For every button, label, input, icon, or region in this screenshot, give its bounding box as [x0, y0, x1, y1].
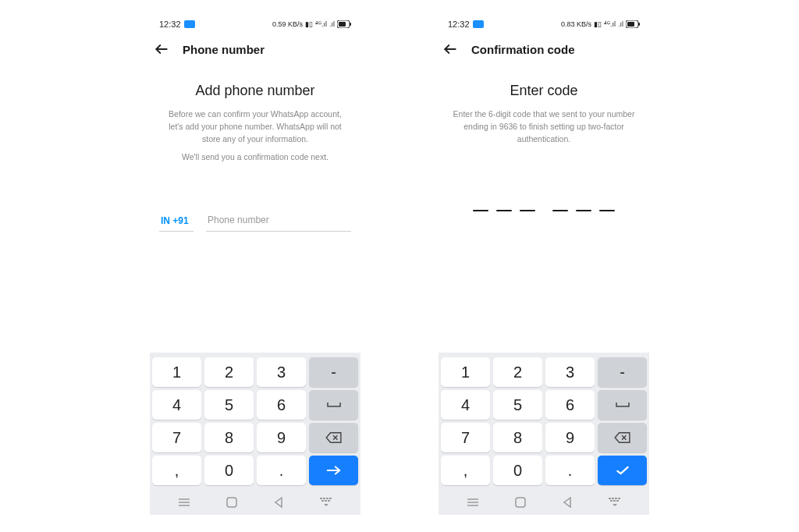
- keypad-backspace[interactable]: [309, 423, 358, 452]
- nav-back-icon[interactable]: [272, 495, 286, 509]
- status-bar: 12:32 0.83 KB/s ▮▯ ⁴ᴳ.ıl .ıl: [439, 16, 649, 33]
- keypad-next-button[interactable]: [309, 456, 358, 485]
- keypad-dash[interactable]: -: [598, 357, 647, 387]
- svg-rect-34: [616, 500, 619, 502]
- keypad-5[interactable]: 5: [204, 390, 254, 420]
- keypad-9[interactable]: 9: [545, 423, 595, 452]
- nav-menu-icon[interactable]: [466, 495, 480, 509]
- signal-icon: .ıl: [329, 20, 335, 28]
- numeric-keypad: 1 2 3 - 4 5 6 7 8 9 , 0 .: [439, 353, 649, 490]
- svg-rect-13: [326, 498, 328, 499]
- battery-icon: [337, 20, 351, 28]
- svg-rect-28: [609, 498, 611, 499]
- navigation-bar: [150, 490, 360, 515]
- phone-placeholder: Phone number: [208, 215, 269, 225]
- keypad-space[interactable]: [598, 390, 647, 420]
- keypad-3[interactable]: 3: [257, 357, 306, 387]
- nav-home-icon[interactable]: [225, 495, 239, 509]
- keypad-9[interactable]: 9: [257, 423, 306, 452]
- keypad-8[interactable]: 8: [493, 423, 542, 452]
- keypad-comma[interactable]: ,: [441, 456, 490, 485]
- phone-number-input[interactable]: Phone number: [206, 207, 351, 232]
- confirmation-code-screen: 12:32 0.83 KB/s ▮▯ ⁴ᴳ.ıl .ıl Confirmatio…: [439, 16, 649, 515]
- app-badge-icon: [184, 20, 195, 28]
- keypad-1[interactable]: 1: [152, 357, 201, 387]
- svg-rect-17: [328, 500, 330, 502]
- back-arrow-icon[interactable]: [442, 41, 459, 58]
- battery-icon: [626, 20, 640, 28]
- page-title: Add phone number: [195, 83, 314, 99]
- keypad-4[interactable]: 4: [441, 390, 490, 420]
- keypad-0[interactable]: 0: [204, 456, 254, 485]
- keypad-comma[interactable]: ,: [152, 456, 201, 485]
- keypad-3[interactable]: 3: [545, 357, 595, 387]
- back-arrow-icon[interactable]: [153, 41, 170, 58]
- app-badge-icon: [473, 20, 484, 28]
- description-text: Enter the 6-digit code that we sent to y…: [446, 108, 641, 145]
- signal-icon: ⁴ᴳ.ıl: [315, 20, 327, 28]
- svg-rect-29: [612, 498, 614, 499]
- keypad-1[interactable]: 1: [441, 357, 490, 387]
- header: Confirmation code: [439, 33, 649, 66]
- content-area: Enter code Enter the 6-digit code that w…: [439, 66, 649, 353]
- code-input-slots[interactable]: [446, 210, 641, 211]
- keypad-6[interactable]: 6: [257, 390, 306, 420]
- code-digit-5: [576, 210, 591, 211]
- signal-icon: ⁴ᴳ.ıl: [604, 20, 616, 28]
- navigation-bar: [439, 490, 649, 515]
- keypad-0[interactable]: 0: [493, 456, 542, 485]
- keypad-2[interactable]: 2: [493, 357, 542, 387]
- svg-rect-33: [613, 500, 616, 502]
- svg-rect-10: [227, 498, 236, 507]
- header-title: Phone number: [183, 43, 265, 56]
- code-digit-6: [599, 210, 615, 211]
- svg-rect-20: [638, 23, 640, 26]
- keypad-4[interactable]: 4: [152, 390, 201, 420]
- svg-rect-27: [516, 498, 525, 507]
- svg-rect-11: [320, 498, 322, 499]
- svg-rect-16: [325, 500, 327, 502]
- description-text: Before we can confirm your WhatsApp acco…: [158, 108, 353, 145]
- keypad-dot[interactable]: .: [545, 456, 595, 485]
- code-digit-4: [552, 210, 568, 211]
- svg-rect-2: [350, 23, 351, 26]
- keypad-7[interactable]: 7: [441, 423, 490, 452]
- nav-home-icon[interactable]: [513, 495, 527, 509]
- code-digit-2: [496, 210, 512, 211]
- nav-menu-icon[interactable]: [177, 495, 191, 509]
- svg-rect-31: [618, 498, 620, 499]
- header-title: Confirmation code: [471, 43, 575, 56]
- svg-rect-32: [610, 500, 613, 502]
- svg-rect-14: [329, 498, 332, 499]
- phone-number-screen: 12:32 0.59 KB/s ▮▯ ⁴ᴳ.ıl .ıl Phone numbe…: [150, 16, 360, 515]
- nav-back-icon[interactable]: [560, 495, 574, 509]
- header: Phone number: [150, 33, 360, 66]
- status-time: 12:32: [159, 20, 181, 29]
- keypad-2[interactable]: 2: [204, 357, 254, 387]
- keypad-5[interactable]: 5: [493, 390, 542, 420]
- svg-rect-30: [615, 498, 617, 499]
- svg-rect-19: [627, 22, 634, 27]
- keypad-6[interactable]: 6: [545, 390, 595, 420]
- status-time: 12:32: [448, 20, 470, 29]
- status-bar: 12:32 0.59 KB/s ▮▯ ⁴ᴳ.ıl .ıl: [150, 16, 360, 33]
- status-indicators: 0.83 KB/s ▮▯ ⁴ᴳ.ıl .ıl: [561, 20, 640, 28]
- nav-keyboard-icon[interactable]: [319, 495, 333, 509]
- country-code-selector[interactable]: IN +91: [159, 211, 194, 232]
- nav-keyboard-icon[interactable]: [608, 495, 622, 509]
- code-digit-3: [520, 210, 535, 211]
- keypad-dot[interactable]: .: [257, 456, 306, 485]
- keypad-7[interactable]: 7: [152, 423, 201, 452]
- svg-rect-1: [339, 22, 346, 27]
- svg-rect-12: [323, 498, 325, 499]
- signal-icon: ▮▯: [305, 20, 313, 28]
- keypad-dash[interactable]: -: [309, 357, 358, 387]
- keypad-8[interactable]: 8: [204, 423, 254, 452]
- keypad-confirm-button[interactable]: [598, 456, 647, 485]
- page-title: Enter code: [510, 83, 577, 99]
- keypad-space[interactable]: [309, 390, 358, 420]
- svg-rect-15: [321, 500, 324, 502]
- keypad-backspace[interactable]: [598, 423, 647, 452]
- network-speed: 0.59 KB/s: [272, 20, 303, 28]
- signal-icon: .ıl: [618, 20, 623, 28]
